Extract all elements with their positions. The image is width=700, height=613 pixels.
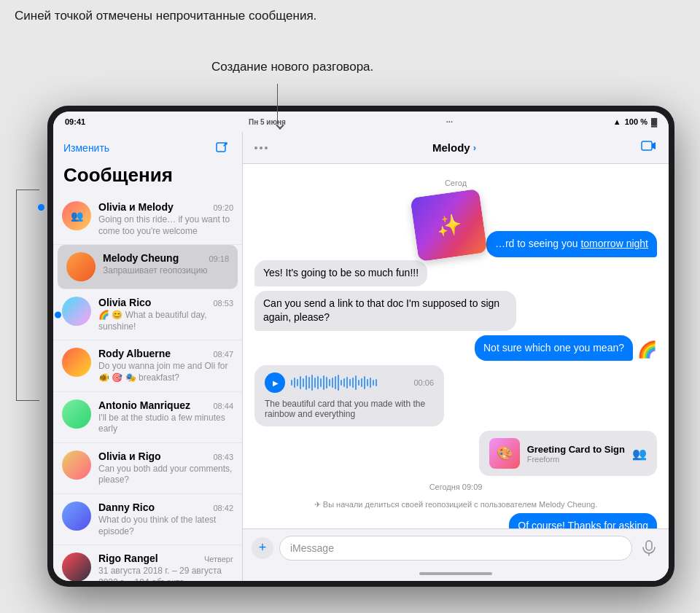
chat-area: Melody › Сегод: [243, 132, 669, 581]
conv-info: Olivia Rico 08:53 🌈 😊 What a beautiful d…: [98, 297, 233, 332]
avatar: [66, 252, 96, 281]
system-message: Сегодня 09:09: [254, 482, 657, 493]
chat-header: Melody ›: [243, 132, 669, 164]
messages-area[interactable]: Сегод ✨ …rd to seeing you tomorrow night…: [243, 164, 669, 528]
conv-name: Olivia и Melody: [98, 201, 174, 213]
add-attachment-button[interactable]: +: [252, 537, 273, 559]
ipad-screen: 09:41 Пн 5 июня ··· ▲ 100 % ▓ Изменить: [53, 112, 669, 581]
chat-contact-name[interactable]: Melody ›: [432, 141, 476, 154]
message-bubble-received: Can you send a link to that doc I'm supp…: [254, 291, 516, 331]
conv-info: Rigo Rangel Четверг 31 августа 2018 г. –…: [98, 553, 233, 581]
wifi-icon: ▲: [613, 117, 621, 126]
conversation-item[interactable]: Danny Rico 08:42 What do you think of th…: [53, 494, 242, 545]
conv-info: Antonio Manriquez 08:44 I'll be at the s…: [98, 399, 233, 435]
card-info: Greeting Card to Sign Freeform: [527, 444, 625, 464]
conversation-item-active[interactable]: Melody Cheung 09:18 Запрашивает геопозиц…: [58, 245, 238, 289]
dot: [265, 147, 268, 149]
status-dots: ···: [446, 117, 453, 126]
compose-button[interactable]: [211, 138, 232, 158]
card-app-icon: 🎨: [489, 438, 520, 469]
conv-preview: Going on this ride… if you want to come …: [98, 214, 233, 237]
conv-name: Antonio Manriquez: [98, 399, 190, 411]
conv-time: 08:43: [213, 453, 233, 461]
avatar: [62, 297, 91, 326]
system-message-location: ✈ Вы начали делиться своей геопозицией с…: [254, 499, 657, 510]
conv-name: Melody Cheung: [103, 252, 179, 264]
conv-preview: What do you think of the latest episode?: [98, 515, 233, 537]
message-row: Of course! Thanks for asking: [254, 513, 657, 528]
conversation-item[interactable]: Olivia Rico 08:53 🌈 😊 What a beautiful d…: [53, 289, 242, 340]
dot: [260, 147, 262, 149]
annotation-top-tick: [16, 190, 39, 190]
message-bubble-sent: …rd to seeing you tomorrow night: [486, 231, 657, 257]
annotation-bottom-tick: [16, 400, 39, 401]
conv-time: 08:42: [213, 504, 233, 512]
annotation-arrow-line: [277, 84, 278, 124]
conv-preview: 31 августа 2018 г. – 29 августа 2022 г. …: [98, 566, 233, 581]
conversation-item[interactable]: 👥 Olivia и Melody 09:20 Going on this ri…: [53, 194, 242, 245]
message-bubble-sent: Of course! Thanks for asking: [509, 513, 657, 528]
message-row-with-emoji: Not sure which one you mean? 🌈: [254, 335, 657, 362]
dot: [254, 147, 257, 149]
home-indicator: [243, 566, 669, 581]
greeting-card-row: 🎨 Greeting Card to Sign Freeform 👥: [254, 431, 657, 476]
audio-duration: 00:06: [413, 378, 434, 387]
edit-button[interactable]: Изменить: [63, 142, 109, 154]
conv-name: Olivia Rico: [98, 297, 151, 308]
people-icon: 👥: [632, 447, 647, 461]
conv-name: Rigo Rangel: [98, 553, 158, 564]
audio-waveform: [291, 375, 405, 391]
conv-time: 08:44: [213, 402, 233, 410]
image-placeholder: ✨: [410, 189, 487, 262]
audio-caption: The beautiful card that you made with th…: [265, 399, 434, 419]
microphone-button[interactable]: [638, 537, 660, 559]
conv-time: 08:53: [213, 299, 233, 308]
message-input[interactable]: iMessage: [279, 536, 632, 561]
avatar: 👥: [62, 201, 91, 230]
annotation-new-conversation: Создание нового разговора.: [211, 58, 373, 76]
conversation-list[interactable]: 👥 Olivia и Melody 09:20 Going on this ri…: [53, 194, 242, 581]
conv-info: Danny Rico 08:42 What do you think of th…: [98, 501, 233, 537]
rainbow-emoji: 🌈: [637, 340, 657, 359]
message-bubble-sent: Not sure which one you mean?: [475, 335, 633, 362]
avatar: [62, 399, 91, 429]
conv-info: Olivia и Rigo 08:43 Can you both add you…: [98, 450, 233, 486]
annotation-unread-dot-marker: [38, 204, 44, 211]
sidebar: Изменить Сообщения 👥: [53, 132, 243, 581]
conv-info: Olivia и Melody 09:20 Going on this ride…: [98, 201, 233, 237]
conv-time: 08:47: [213, 350, 233, 359]
avatar: [62, 450, 91, 480]
audio-message-row: ▶: [254, 365, 657, 426]
battery-icon: ▓: [651, 117, 657, 126]
audio-bubble: ▶: [254, 365, 444, 426]
home-bar: [419, 572, 492, 575]
video-call-button[interactable]: [641, 140, 657, 155]
input-placeholder: iMessage: [290, 542, 334, 554]
conv-preview: Do you wanna join me and Oli for 🐠 🎯 🎭 b…: [98, 361, 233, 383]
conv-time: Четверг: [204, 555, 233, 563]
svg-rect-0: [217, 143, 225, 152]
play-icon: ▶: [273, 379, 279, 387]
annotation-vertical-line: [16, 190, 17, 401]
conversation-item[interactable]: Olivia и Rigo 08:43 Can you both add you…: [53, 443, 242, 494]
conversation-item[interactable]: Rody Albuerne 08:47 Do you wanna join me…: [53, 340, 242, 391]
conv-preview: Запрашивает геопозицию: [103, 265, 229, 277]
link-tomorrow[interactable]: tomorrow night: [580, 238, 648, 249]
image-message-row: ✨ …rd to seeing you tomorrow night: [254, 193, 657, 257]
header-dots: [254, 147, 268, 149]
image-bubble: ✨: [410, 189, 487, 262]
conv-preview: I'll be at the studio a few minutes earl…: [98, 413, 233, 435]
plus-icon: +: [259, 540, 267, 555]
conv-preview: Can you both add your comments, please?: [98, 464, 233, 486]
greeting-card-bubble[interactable]: 🎨 Greeting Card to Sign Freeform 👥: [479, 431, 657, 476]
avatar: [62, 501, 91, 531]
sparkle-icon: ✨: [435, 211, 463, 239]
conversation-item[interactable]: Antonio Manriquez 08:44 I'll be at the s…: [53, 392, 242, 443]
conv-info: Rody Albuerne 08:47 Do you wanna join me…: [98, 348, 233, 383]
card-title: Greeting Card to Sign: [527, 444, 625, 455]
freeform-icon: 🎨: [497, 445, 513, 461]
conv-info: Melody Cheung 09:18 Запрашивает геопозиц…: [103, 252, 229, 277]
svg-rect-1: [642, 141, 652, 150]
audio-play-button[interactable]: ▶: [265, 372, 285, 393]
conversation-item[interactable]: Rigo Rangel Четверг 31 августа 2018 г. –…: [53, 545, 242, 581]
